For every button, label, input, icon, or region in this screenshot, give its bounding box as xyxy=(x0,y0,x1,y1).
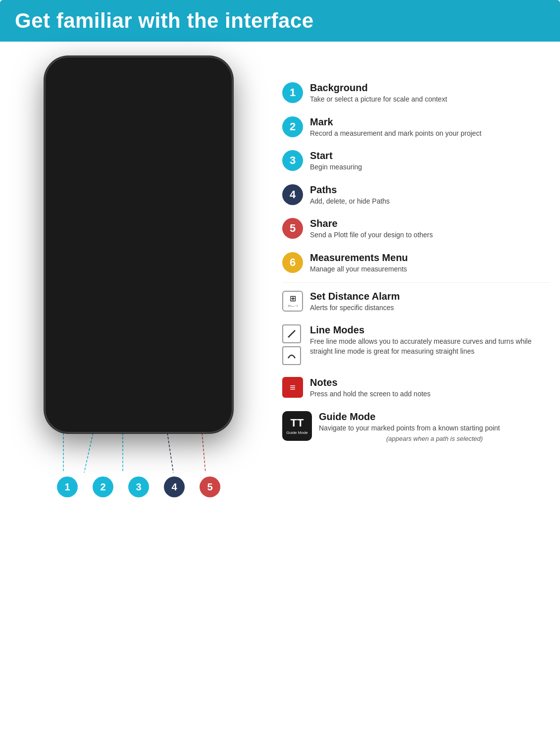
info-desc-line-modes: Free line mode allows you to accurately … xyxy=(310,337,550,356)
info-text-notes: Notes Press and hold the screen to add n… xyxy=(310,377,550,399)
tools-icon[interactable]: 📐 xyxy=(55,120,74,139)
note-pin-icon: ≡ xyxy=(111,237,126,252)
mark-icon: 📍 xyxy=(101,369,114,381)
info-desc-background: Take or select a picture for scale and c… xyxy=(310,95,550,105)
battery-text: 📶 82% ▓ xyxy=(193,66,218,73)
ruler-text: ⊢—⊣ xyxy=(288,304,298,308)
straight-line-icon xyxy=(282,346,301,365)
background-icon: 🖼 xyxy=(67,369,78,381)
line-mode-icons xyxy=(282,324,303,365)
badge-2: 2 xyxy=(282,116,303,137)
start-icon-circle: ▶ xyxy=(131,365,151,385)
info-title-guide-mode: Guide Mode xyxy=(319,411,550,423)
info-title-background: Background xyxy=(310,82,550,94)
svg-line-12 xyxy=(167,433,173,473)
svg-line-10 xyxy=(84,433,93,473)
badge-1: 1 xyxy=(282,82,303,103)
status-bar: No SIM 📶 12:06 PM 📶 82% ▓ xyxy=(51,63,226,76)
phone-section: No SIM 📶 12:06 PM 📶 82% ▓ ← Lot 1 ☆ ↻ ≡ xyxy=(10,56,267,497)
menu-icon[interactable]: ≡ xyxy=(212,81,216,88)
start-label: START xyxy=(133,386,149,391)
info-text-distance-alarm: Set Distance Alarm Alerts for specific d… xyxy=(310,291,550,313)
info-desc-measurements-menu: Manage all your measurements xyxy=(310,265,550,274)
svg-point-2 xyxy=(188,156,193,160)
guide-mode-label-sm: Guide Mode xyxy=(286,430,308,435)
info-text-paths: Paths Add, delete, or hide Paths xyxy=(310,184,550,207)
badge-5: 5 xyxy=(282,218,303,239)
lines-icon: ≡ xyxy=(290,382,296,393)
curved-line-svg xyxy=(286,350,297,361)
info-title-distance-alarm: Set Distance Alarm xyxy=(310,291,550,302)
refresh-icon[interactable]: ↻ xyxy=(184,81,189,88)
info-row-paths: 4 Paths Add, delete, or hide Paths xyxy=(282,178,550,212)
info-row-start: 3 Start Begin measuring xyxy=(282,144,550,178)
svg-point-4 xyxy=(212,260,217,265)
ruler-icon: 📐 xyxy=(60,125,70,135)
star-icon[interactable]: ☆ xyxy=(135,81,141,88)
tt-text: TT xyxy=(291,417,304,429)
svg-point-1 xyxy=(89,170,94,175)
info-desc-mark: Record a measurement and mark points on … xyxy=(310,129,550,139)
toolbar-start[interactable]: ▶ START xyxy=(126,365,156,391)
info-row-share: 5 Share Send a Plott file of your design… xyxy=(282,212,550,246)
info-row-measurements-menu: 6 Measurements Menu Manage all your meas… xyxy=(282,246,550,280)
bottom-num-1: 1 xyxy=(57,477,78,497)
page-title: Get familiar with the interface xyxy=(15,9,545,33)
toolbar-mark[interactable]: 📍 MARK xyxy=(93,369,123,388)
phone-container: No SIM 📶 12:06 PM 📶 82% ▓ ← Lot 1 ☆ ↻ ≡ xyxy=(45,56,233,433)
info-text-share: Share Send a Plott file of your design t… xyxy=(310,218,550,240)
info-title-paths: Paths xyxy=(310,184,550,196)
info-text-background: Background Take or select a picture for … xyxy=(310,82,550,105)
share-label: SHARE xyxy=(199,383,216,388)
info-desc-distance-alarm: Alerts for specific distances xyxy=(310,303,550,313)
bottom-num-3: 3 xyxy=(128,477,149,497)
info-title-share: Share xyxy=(310,218,550,229)
back-button[interactable]: ← xyxy=(61,79,70,90)
page-wrapper: Get familiar with the interface No SIM 📶… xyxy=(0,0,560,743)
map-menu-button[interactable]: ≡ xyxy=(203,98,222,116)
info-section: 1 Background Take or select a picture fo… xyxy=(282,56,550,497)
svg-point-8 xyxy=(79,200,84,205)
connector-area: 1 2 3 4 5 xyxy=(45,433,233,497)
divider-1 xyxy=(282,282,550,283)
info-row-background: 1 Background Take or select a picture fo… xyxy=(282,76,550,110)
info-row-notes: ≡ Notes Press and hold the screen to add… xyxy=(282,371,550,405)
info-title-mark: Mark xyxy=(310,116,550,128)
paths-label: PATHS xyxy=(166,383,182,388)
phone-toolbar: 🖼 BACKGROUND 📍 MARK ▶ START ◆ xyxy=(51,361,226,395)
appears-note: (appears when a path is selected) xyxy=(319,435,550,442)
svg-point-6 xyxy=(99,299,103,304)
info-text-start: Start Begin measuring xyxy=(310,150,550,172)
phone-screen: No SIM 📶 12:06 PM 📶 82% ▓ ← Lot 1 ☆ ↻ ≡ xyxy=(51,63,226,426)
toolbar-paths[interactable]: ◆ PATHS xyxy=(159,369,189,388)
badge-4: 4 xyxy=(282,184,303,205)
info-text-mark: Mark Record a measurement and mark point… xyxy=(310,116,550,139)
guide-mode-icon: TT Guide Mode xyxy=(282,411,312,441)
distance-alarm-icon: ⊞ ⊢—⊣ xyxy=(282,291,303,312)
note-icon: ≡ xyxy=(116,241,120,249)
info-desc-notes: Press and hold the screen to add notes xyxy=(310,389,550,399)
lot-name-label: Lot 1 xyxy=(94,80,111,89)
info-desc-paths: Add, delete, or hide Paths xyxy=(310,197,550,207)
badge-6: 6 xyxy=(282,252,303,273)
background-label: BACKGROUND xyxy=(55,383,90,388)
diagonal-line-svg xyxy=(286,328,297,339)
header-banner: Get familiar with the interface xyxy=(0,0,560,42)
bottom-num-4: 4 xyxy=(164,477,185,497)
carrier-text: No SIM 📶 xyxy=(59,66,86,73)
nav-bar: ← Lot 1 ☆ ↻ ≡ xyxy=(51,76,226,94)
badge-3: 3 xyxy=(282,150,303,171)
measurement-polygon xyxy=(51,94,226,361)
bottom-num-5: 5 xyxy=(200,477,220,497)
hamburger-icon: ≡ xyxy=(210,102,215,112)
toolbar-share[interactable]: ↗ SHARE xyxy=(193,369,222,388)
info-title-notes: Notes xyxy=(310,377,550,388)
svg-line-14 xyxy=(288,330,295,337)
toolbar-background[interactable]: 🖼 BACKGROUND xyxy=(55,369,90,388)
info-desc-guide-mode: Navigate to your marked points from a kn… xyxy=(319,424,550,433)
info-title-measurements-menu: Measurements Menu xyxy=(310,252,550,264)
info-title-line-modes: Line Modes xyxy=(310,324,550,336)
mark-label: MARK xyxy=(101,383,115,388)
measurements-menu-badge: 6 xyxy=(81,98,96,112)
bottom-num-2: 2 xyxy=(93,477,113,497)
